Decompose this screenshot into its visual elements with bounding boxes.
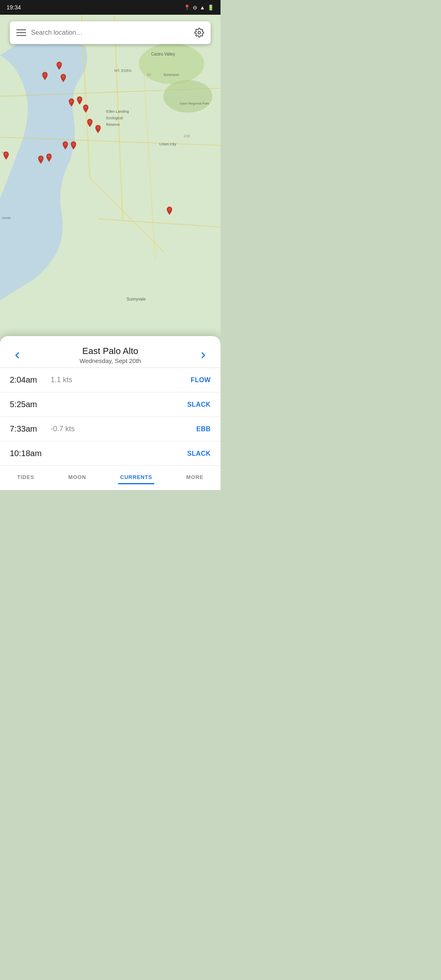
tab-more[interactable]: MORE bbox=[180, 472, 210, 482]
entry-time: 2:04am bbox=[10, 375, 47, 385]
current-entries: 2:04am 1.1 kts FLOW 5:25am SLACK 7:33am … bbox=[0, 368, 220, 466]
status-bar: 19:34 📍 ⊖ ▲ 🔋 bbox=[0, 0, 220, 15]
svg-text:MT. EDEN: MT. EDEN bbox=[114, 69, 131, 73]
entry-time: 5:25am bbox=[10, 400, 47, 409]
location-name: East Palo Alto bbox=[80, 346, 141, 356]
prev-arrow-button[interactable] bbox=[10, 348, 24, 363]
wifi-icon: ▲ bbox=[200, 4, 205, 11]
tab-tides-label: TIDES bbox=[17, 474, 34, 480]
tab-more-label: MORE bbox=[186, 474, 203, 480]
entry-speed: 1.1 kts bbox=[51, 376, 191, 384]
svg-text:Eden Landing: Eden Landing bbox=[106, 109, 129, 114]
tab-moon[interactable]: MOON bbox=[62, 472, 93, 482]
svg-point-8 bbox=[139, 43, 204, 84]
search-bar bbox=[10, 21, 211, 44]
tab-active-indicator bbox=[118, 483, 154, 484]
svg-text:Castro Valley: Castro Valley bbox=[151, 52, 175, 56]
tab-currents[interactable]: CURRENTS bbox=[114, 472, 159, 482]
entry-type: EBB bbox=[196, 425, 211, 433]
current-entry-3: 10:18am SLACK bbox=[0, 441, 220, 466]
sheet-header: East Palo Alto Wednesday, Sept 20th bbox=[0, 336, 220, 368]
entry-time: 10:18am bbox=[10, 449, 47, 458]
settings-icon[interactable] bbox=[194, 28, 204, 38]
status-time: 19:34 bbox=[7, 4, 21, 11]
entry-type: SLACK bbox=[187, 401, 211, 408]
svg-text:Union City: Union City bbox=[159, 142, 176, 146]
tab-currents-label: CURRENTS bbox=[120, 474, 152, 480]
svg-point-9 bbox=[163, 80, 212, 113]
svg-text:92: 92 bbox=[147, 73, 151, 77]
svg-text:Ecological: Ecological bbox=[106, 116, 123, 120]
status-icons: 📍 ⊖ ▲ 🔋 bbox=[184, 4, 214, 11]
search-input[interactable] bbox=[31, 29, 194, 36]
entry-type: FLOW bbox=[191, 376, 211, 384]
entry-type: SLACK bbox=[187, 450, 211, 457]
svg-text:Sorenson: Sorenson bbox=[163, 73, 179, 77]
battery-icon: 🔋 bbox=[207, 4, 214, 11]
bottom-sheet: East Palo Alto Wednesday, Sept 20th 2:04… bbox=[0, 336, 220, 490]
svg-point-56 bbox=[198, 31, 200, 34]
tab-moon-label: MOON bbox=[68, 474, 86, 480]
next-arrow-button[interactable] bbox=[196, 348, 211, 363]
svg-text:Sunnyvale: Sunnyvale bbox=[127, 297, 146, 301]
location-date: Wednesday, Sept 20th bbox=[80, 357, 141, 364]
current-entry-2: 7:33am -0.7 kts EBB bbox=[0, 417, 220, 441]
current-entry-1: 5:25am SLACK bbox=[0, 392, 220, 417]
location-info: East Palo Alto Wednesday, Sept 20th bbox=[80, 346, 141, 364]
svg-text:Garin Regional Park: Garin Regional Park bbox=[180, 102, 209, 105]
svg-text:Reserve: Reserve bbox=[106, 122, 120, 127]
svg-text:Honda: Honda bbox=[2, 216, 11, 219]
current-entry-0: 2:04am 1.1 kts FLOW bbox=[0, 368, 220, 392]
dnd-icon: ⊖ bbox=[193, 4, 197, 11]
location-icon: 📍 bbox=[184, 4, 190, 11]
entry-speed: -0.7 kts bbox=[51, 425, 196, 433]
svg-text:rof: rof bbox=[2, 151, 6, 154]
bottom-tabs: TIDES MOON CURRENTS MORE bbox=[0, 468, 220, 483]
entry-time: 7:33am bbox=[10, 424, 47, 434]
menu-button[interactable] bbox=[16, 28, 26, 38]
svg-text:238: 238 bbox=[184, 134, 190, 138]
tab-tides[interactable]: TIDES bbox=[11, 472, 41, 482]
